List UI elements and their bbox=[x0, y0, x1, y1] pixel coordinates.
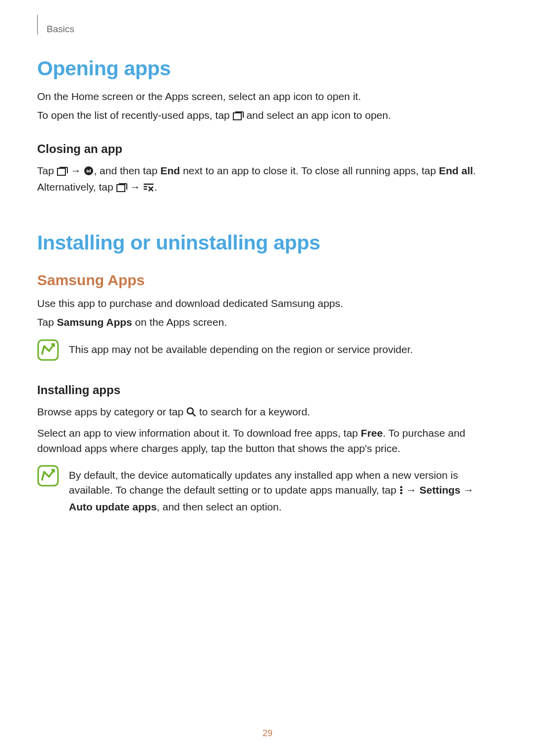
text-bold: Free bbox=[361, 427, 382, 439]
svg-line-18 bbox=[193, 413, 195, 416]
text: on the Apps screen. bbox=[132, 316, 227, 328]
text: → bbox=[68, 165, 84, 176]
note: By default, the device automatically upd… bbox=[37, 465, 498, 514]
text-bold: Auto update apps bbox=[69, 501, 157, 512]
text: Browse apps by category or tap bbox=[37, 406, 186, 417]
note-text: By default, the device automatically upd… bbox=[69, 465, 498, 514]
paragraph: Select an app to view information about … bbox=[37, 426, 498, 456]
text-bold: End bbox=[160, 165, 180, 176]
heading-opening-apps: Opening apps bbox=[37, 57, 498, 80]
recents-icon bbox=[116, 181, 127, 196]
text: , and then tap bbox=[94, 165, 160, 176]
svg-rect-22 bbox=[400, 492, 402, 494]
text: Select an app to view information about … bbox=[37, 427, 361, 439]
text-bold: Samsung Apps bbox=[57, 316, 132, 328]
heading-install-uninstall: Installing or uninstalling apps bbox=[37, 231, 498, 254]
text: and select an app icon to open. bbox=[244, 109, 391, 121]
paragraph: Browse apps by category or tap to search… bbox=[37, 404, 498, 421]
note-icon bbox=[37, 465, 59, 487]
text: → bbox=[461, 484, 474, 496]
text: Tap bbox=[37, 165, 57, 176]
paragraph: Use this app to purchase and download de… bbox=[37, 296, 498, 311]
svg-rect-21 bbox=[400, 489, 402, 491]
svg-rect-3 bbox=[57, 168, 65, 175]
paragraph: Tap Samsung Apps on the Apps screen. bbox=[37, 315, 498, 330]
heading-samsung-apps: Samsung Apps bbox=[37, 272, 498, 289]
text: → bbox=[403, 484, 420, 496]
more-options-icon bbox=[399, 484, 403, 499]
text: → bbox=[127, 181, 144, 193]
svg-rect-8 bbox=[117, 185, 125, 192]
note-text: This app may not be available depending … bbox=[69, 339, 413, 357]
svg-rect-7 bbox=[88, 170, 89, 172]
task-manager-icon bbox=[84, 165, 94, 180]
text-bold: Settings bbox=[420, 484, 461, 496]
page-number: 29 bbox=[0, 728, 535, 739]
text: next to an app to close it. To close all… bbox=[180, 165, 439, 176]
paragraph: On the Home screen or the Apps screen, s… bbox=[37, 89, 498, 104]
recents-icon bbox=[233, 109, 244, 124]
paragraph: Tap → , and then tap End next to an app … bbox=[37, 163, 498, 197]
close-all-icon bbox=[143, 181, 154, 196]
paragraph: To open the list of recently-used apps, … bbox=[37, 108, 498, 124]
heading-installing-apps: Installing apps bbox=[37, 383, 498, 397]
text: . bbox=[154, 181, 157, 193]
note: This app may not be available depending … bbox=[37, 339, 498, 361]
recents-icon bbox=[57, 165, 68, 180]
svg-rect-20 bbox=[400, 486, 402, 488]
header: Basics bbox=[37, 15, 498, 35]
text: , and then select an option. bbox=[157, 501, 281, 512]
svg-rect-0 bbox=[233, 113, 241, 120]
search-icon bbox=[186, 406, 196, 421]
text: to search for a keyword. bbox=[196, 406, 310, 417]
heading-closing-app: Closing an app bbox=[37, 142, 498, 156]
text-bold: End all bbox=[439, 165, 473, 176]
section-title: Basics bbox=[47, 24, 74, 35]
text: To open the list of recently-used apps, … bbox=[37, 109, 233, 121]
text: Tap bbox=[37, 316, 57, 328]
note-icon bbox=[37, 339, 59, 361]
